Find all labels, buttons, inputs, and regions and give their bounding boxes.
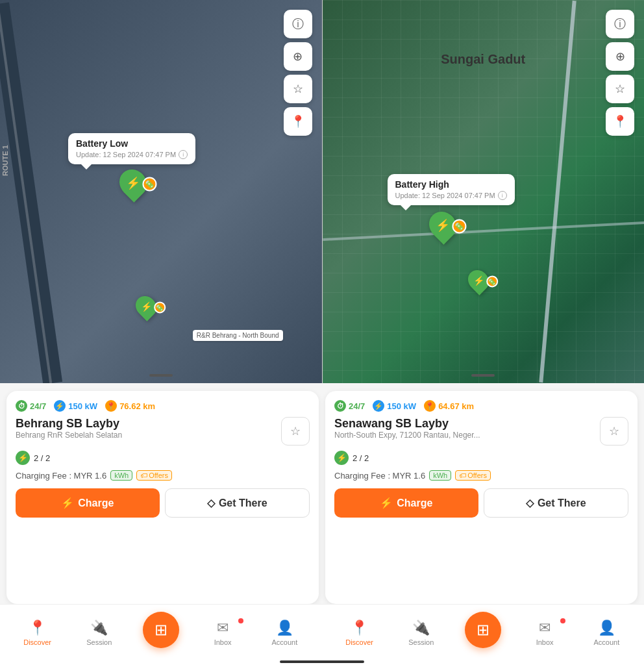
badge-power-1: ⚡ 150 kW: [54, 400, 97, 412]
avail-icon-1: ⚡: [16, 451, 30, 465]
pin-btn-right[interactable]: 📍: [606, 107, 634, 136]
card-actions-2: ⚡ Charge ◇ Get There: [334, 488, 628, 518]
station-marker-right-2[interactable]: ⚡ 🔋: [469, 270, 488, 292]
location-btn-right[interactable]: ⊕: [606, 42, 634, 71]
clock-icon-1: ⏱: [16, 400, 27, 412]
card-badges-2: ⏱ 24/7 ⚡ 150 kW 📍 64.67 km: [334, 400, 628, 412]
account-label-left: Account: [271, 638, 297, 646]
nav-row: 📍 Discover 🔌 Session ⊞ ✉ Inbox 👤 Account: [0, 604, 644, 661]
nav-discover-right[interactable]: 📍 Discover: [340, 620, 379, 646]
card-badges-1: ⏱ 24/7 ⚡ 150 kW 📍 76.62 km: [16, 400, 310, 412]
offers-badge-1: 🏷 Offers: [136, 470, 172, 481]
station-marker-1[interactable]: ⚡ 🔋: [120, 169, 146, 197]
station-marker-right-1[interactable]: ⚡ 🔋: [430, 211, 456, 240]
bookmark-btn-2[interactable]: ☆: [600, 417, 628, 445]
card-availability-1: ⚡ 2 / 2: [16, 451, 310, 465]
map-left[interactable]: ROUTE 1 Battery Low Update: 12 Sep 2024 …: [0, 0, 323, 383]
get-there-btn-1[interactable]: ◇ Get There: [165, 488, 310, 518]
station-address-2: North-South Expy, 71200 Rantau, Neger...: [334, 431, 480, 440]
lightning-icon-r2: ⚡: [473, 275, 484, 286]
charge-icon-1: ⚡: [61, 497, 74, 509]
card-header-1: Behrang SB Layby Behrang RnR Sebelah Sel…: [16, 417, 310, 445]
battery-icon-small: 🔋: [155, 302, 165, 312]
card-actions-1: ⚡ Charge ◇ Get There: [16, 488, 310, 518]
card-fee-2: Charging Fee : MYR 1.6 kWh 🏷 Offers: [334, 470, 628, 481]
lightning-icon-small: ⚡: [141, 301, 152, 312]
station-card-senawang: ⏱ 24/7 ⚡ 150 kW 📍 64.67 km Senawang SB L…: [325, 391, 638, 604]
center-icon-right: ⊞: [477, 621, 489, 639]
session-label-right: Session: [408, 638, 434, 646]
drag-handle-left[interactable]: [149, 374, 173, 377]
nav-center-left[interactable]: ⊞: [142, 612, 180, 655]
session-label-left: Session: [86, 638, 112, 646]
bottom-nav-left: 📍 Discover 🔌 Session ⊞ ✉ Inbox 👤 Account: [0, 604, 322, 661]
tooltip-subtitle-right: Update: 12 Sep 2024 07:47 PM i: [395, 191, 507, 200]
center-btn-right[interactable]: ⊞: [465, 612, 501, 648]
account-label-right: Account: [593, 638, 619, 646]
bolt-icon-2: ⚡: [373, 400, 384, 412]
nav-center-right[interactable]: ⊞: [464, 612, 502, 655]
badge-power-2: ⚡ 150 kW: [373, 400, 416, 412]
slots-1: 2 / 2: [34, 453, 50, 463]
fee-text-1: Charging Fee : MYR 1.6: [16, 471, 106, 481]
bolt-icon-1: ⚡: [54, 400, 66, 412]
location-btn-left[interactable]: ⊕: [284, 42, 312, 71]
badge-distance-1: 📍 76.62 km: [105, 400, 155, 412]
avail-icon-2: ⚡: [334, 451, 349, 465]
star-btn-left[interactable]: ☆: [284, 75, 312, 103]
inbox-label-left: Inbox: [214, 638, 232, 646]
nav-session-left[interactable]: 🔌 Session: [80, 620, 119, 646]
pin-btn-left[interactable]: 📍: [284, 107, 312, 136]
session-icon-left: 🔌: [90, 620, 108, 636]
offers-icon-2: 🏷: [459, 471, 466, 479]
account-icon-left: 👤: [276, 620, 293, 636]
kwh-badge-2: kWh: [429, 470, 451, 481]
badge-distance-2: 📍 64.67 km: [424, 400, 474, 412]
station-name-1: Behrang SB Layby: [16, 417, 122, 431]
charge-btn-1[interactable]: ⚡ Charge: [16, 488, 160, 518]
battery-icon-r2: 🔋: [487, 276, 497, 286]
map-right[interactable]: Sungai Gadut Battery High Update: 12 Sep…: [323, 0, 645, 383]
charge-btn-2[interactable]: ⚡ Charge: [334, 488, 478, 518]
station-marker-2[interactable]: ⚡ 🔋: [136, 295, 156, 318]
rnr-label: R&R Behrang - North Bound: [193, 330, 283, 341]
tooltip-info-icon-right[interactable]: i: [498, 191, 507, 200]
star-btn-right[interactable]: ☆: [606, 75, 634, 103]
nav-account-left[interactable]: 👤 Account: [265, 620, 304, 646]
nav-session-right[interactable]: 🔌 Session: [402, 620, 441, 646]
battery-icon: 🔋: [143, 177, 156, 191]
cards-row: ⏱ 24/7 ⚡ 150 kW 📍 76.62 km Behrang SB La…: [0, 383, 644, 604]
tooltip-info-icon[interactable]: i: [179, 150, 188, 159]
map-controls-left: ⓘ ⊕ ☆ 📍: [284, 10, 312, 136]
offers-badge-2: 🏷 Offers: [455, 470, 491, 481]
card-name-2: Senawang SB Layby North-South Expy, 7120…: [334, 417, 480, 440]
tooltip-title: Battery Low: [76, 138, 188, 149]
info-btn-right[interactable]: ⓘ: [606, 10, 634, 38]
session-icon-right: 🔌: [412, 620, 430, 636]
offers-icon-1: 🏷: [140, 471, 147, 479]
nav-inbox-left[interactable]: ✉ Inbox: [203, 620, 242, 646]
discover-label-right: Discover: [345, 638, 373, 646]
map-controls-right: ⓘ ⊕ ☆ 📍: [606, 10, 634, 136]
nav-inbox-right[interactable]: ✉ Inbox: [525, 620, 564, 646]
inbox-icon-left: ✉: [217, 620, 229, 636]
bookmark-btn-1[interactable]: ☆: [281, 417, 310, 445]
nav-icon-1: ◇: [207, 497, 215, 509]
tooltip-subtitle: Update: 12 Sep 2024 07:47 PM i: [76, 150, 188, 159]
center-btn-left[interactable]: ⊞: [143, 612, 179, 648]
discover-icon-right: 📍: [351, 620, 368, 636]
nav-discover-left[interactable]: 📍 Discover: [18, 620, 57, 646]
bottom-nav-right: 📍 Discover 🔌 Session ⊞ ✉ Inbox 👤 Account: [322, 604, 644, 661]
nav-account-right[interactable]: 👤 Account: [587, 620, 626, 646]
route-label: ROUTE 1: [1, 145, 9, 176]
slots-2: 2 / 2: [353, 453, 369, 463]
card-availability-2: ⚡ 2 / 2: [334, 451, 628, 465]
info-btn-left[interactable]: ⓘ: [284, 10, 312, 38]
pin-icon-2: 📍: [424, 400, 436, 412]
account-icon-right: 👤: [598, 620, 615, 636]
drag-handle-right[interactable]: [471, 374, 495, 377]
center-icon-left: ⊞: [155, 621, 167, 639]
get-there-btn-2[interactable]: ◇ Get There: [484, 488, 629, 518]
tooltip-title-right: Battery High: [395, 179, 507, 190]
home-bar: [280, 660, 364, 663]
